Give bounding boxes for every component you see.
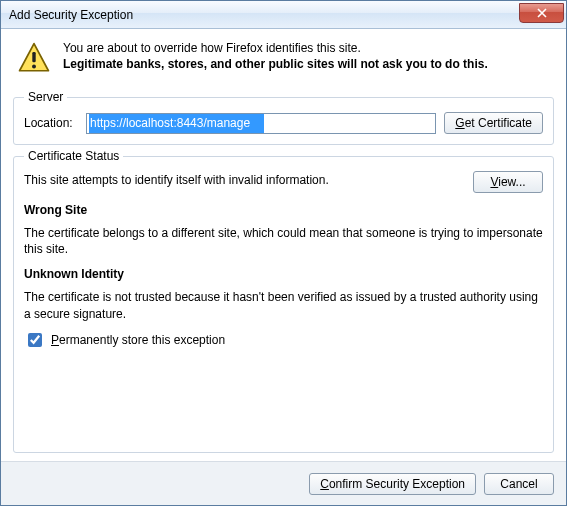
dialog-window: Add Security Exception You are about to …: [0, 0, 567, 506]
unknown-identity-heading: Unknown Identity: [24, 267, 543, 281]
certificate-summary: This site attempts to identify itself wi…: [24, 171, 329, 187]
intro-line1: You are about to override how Firefox id…: [63, 41, 488, 55]
intro-line2: Legitimate banks, stores, and other publ…: [63, 57, 488, 71]
cancel-button[interactable]: Cancel: [484, 473, 554, 495]
confirm-exception-button[interactable]: Confirm Security Exception: [309, 473, 476, 495]
titlebar: Add Security Exception: [1, 1, 566, 29]
server-legend: Server: [24, 90, 67, 104]
svg-point-1: [32, 65, 36, 69]
permanent-store-row: Permanently store this exception: [24, 326, 543, 350]
location-label: Location:: [24, 116, 78, 130]
get-certificate-button[interactable]: Get Certificate: [444, 112, 543, 134]
intro-section: You are about to override how Firefox id…: [13, 35, 554, 86]
certificate-status-fieldset: Certificate Status This site attempts to…: [13, 149, 554, 453]
permanent-store-checkbox[interactable]: [28, 333, 42, 347]
location-input[interactable]: [86, 113, 436, 134]
unknown-identity-body: The certificate is not trusted because i…: [24, 289, 543, 321]
dialog-content: You are about to override how Firefox id…: [1, 29, 566, 461]
warning-icon: [17, 41, 51, 78]
close-icon: [537, 8, 547, 18]
dialog-footer: Confirm Security Exception Cancel: [1, 461, 566, 505]
wrong-site-heading: Wrong Site: [24, 203, 543, 217]
server-fieldset: Server Location: Get Certificate: [13, 90, 554, 145]
certificate-status-legend: Certificate Status: [24, 149, 123, 163]
view-certificate-button[interactable]: View...: [473, 171, 543, 193]
wrong-site-body: The certificate belongs to a different s…: [24, 225, 543, 257]
intro-text: You are about to override how Firefox id…: [63, 41, 488, 71]
permanent-store-label[interactable]: Permanently store this exception: [51, 333, 225, 347]
close-button[interactable]: [519, 3, 564, 23]
window-title: Add Security Exception: [9, 8, 519, 22]
svg-rect-0: [32, 52, 35, 62]
